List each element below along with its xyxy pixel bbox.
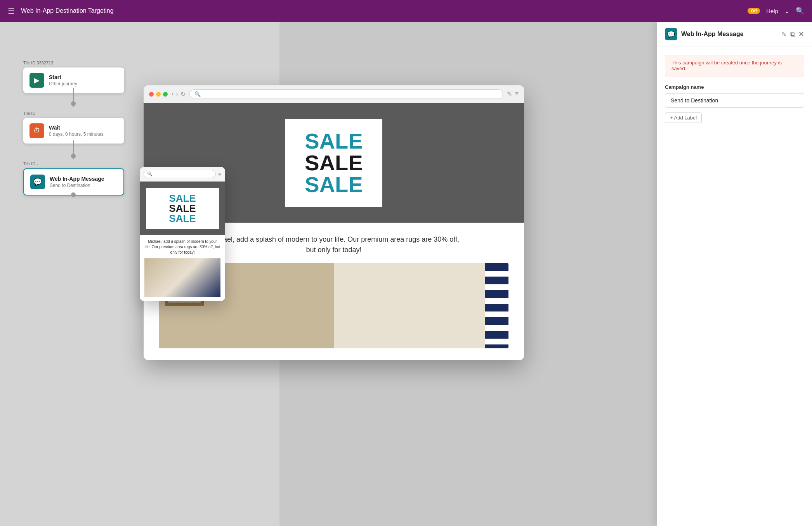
chevron-down-icon: ⌄	[784, 7, 789, 15]
mobile-sale-text: SALE SALE SALE	[154, 193, 211, 223]
help-menu[interactable]: Help	[766, 8, 778, 14]
message-icon: 💬	[30, 175, 45, 189]
tile-id-message: Tile ID -	[23, 161, 124, 166]
mobile-chrome: 🔍 ≡	[140, 167, 225, 182]
message-node-wrapper: Tile ID - 💬 Web In-App Message Send to D…	[23, 161, 124, 196]
nav-title: Web In-App Destination Targeting	[21, 7, 741, 14]
copy-button[interactable]: ⧉	[790, 30, 795, 38]
sale-banner: SALE SALE SALE	[285, 119, 382, 207]
wait-node[interactable]: ⏱ Wait 0 days, 0 hours, 5 minutes	[23, 118, 124, 144]
mobile-mockup: 🔍 ≡ SALE SALE SALE Michael, add a splash…	[140, 167, 225, 301]
connector-1	[73, 88, 74, 103]
start-node-wrapper: Tile ID 3362713 ▶ Start Other journey	[23, 61, 124, 93]
browser-url-bar[interactable]: 🔍	[189, 89, 503, 99]
back-icon[interactable]: ‹	[172, 90, 174, 98]
browser-minimize-dot[interactable]	[156, 92, 161, 97]
room-right	[334, 263, 508, 348]
side-panel: 💬 Web In-App Message ✎ ⧉ ✕ This campaign…	[657, 22, 812, 526]
campaign-name-input[interactable]	[665, 93, 804, 108]
sale-line-2: SALE	[305, 152, 363, 174]
wait-sublabel: 0 days, 0 hours, 5 minutes	[49, 132, 104, 137]
mobile-url-bar[interactable]: 🔍	[144, 170, 216, 178]
mobile-sale-line-1: SALE	[154, 193, 211, 203]
panel-actions: ⧉ ✕	[790, 30, 804, 38]
close-button[interactable]: ✕	[798, 30, 804, 38]
tile-id-start: Tile ID 3362713	[23, 61, 124, 65]
wait-label: Wait	[49, 125, 104, 131]
message-node[interactable]: 💬 Web In-App Message Send to Destination	[23, 168, 124, 196]
sale-text: SALE SALE SALE	[305, 130, 363, 196]
campaign-name-label: Campaign name	[665, 84, 804, 90]
panel-title: Web In-App Message	[681, 31, 775, 38]
forward-icon[interactable]: ›	[176, 90, 178, 98]
mobile-content: SALE SALE SALE	[140, 182, 225, 235]
browser-close-dot[interactable]	[149, 92, 154, 97]
message-sublabel: Send to Destination	[50, 183, 104, 188]
start-sublabel: Other journey	[49, 81, 77, 87]
nav-right: Help ⌄ 🔍	[766, 7, 804, 15]
connector-arrow-2	[71, 156, 76, 159]
sale-line-3: SALE	[305, 174, 363, 196]
browser-nav: ‹ › ↻	[172, 90, 186, 98]
start-node[interactable]: ▶ Start Other journey	[23, 67, 124, 93]
search-icon[interactable]: 🔍	[796, 7, 804, 15]
panel-header: 💬 Web In-App Message ✎ ⧉ ✕	[657, 22, 812, 47]
connector-dot-3	[71, 192, 76, 197]
browser-dots	[149, 92, 168, 97]
edit-icon[interactable]: ✎	[781, 31, 786, 38]
status-badge: Off	[748, 8, 760, 14]
refresh-icon[interactable]: ↻	[180, 90, 186, 98]
mobile-promo-text: Michael, add a splash of modern to your …	[144, 239, 220, 255]
panel-body: This campaign will be created once the j…	[657, 47, 812, 526]
browser-actions: ✎ ≡	[507, 90, 519, 98]
mobile-search-icon: 🔍	[147, 171, 153, 176]
start-label: Start	[49, 74, 77, 80]
message-label: Web In-App Message	[50, 176, 104, 182]
wait-icon: ⏱	[29, 123, 44, 138]
mobile-sale-line-2: SALE	[154, 203, 211, 213]
wait-node-wrapper: Tile ID - ⏱ Wait 0 days, 0 hours, 5 minu…	[23, 111, 124, 144]
mobile-sale-banner: SALE SALE SALE	[146, 188, 219, 229]
menu-icon[interactable]: ≡	[515, 90, 519, 98]
browser-chrome: ‹ › ↻ 🔍 ✎ ≡	[144, 85, 524, 103]
search-icon: 🔍	[194, 91, 201, 97]
mobile-menu-icon[interactable]: ≡	[218, 171, 221, 177]
tile-id-wait: Tile ID -	[23, 111, 124, 116]
top-nav: ☰ Web In-App Destination Targeting Off H…	[0, 0, 812, 22]
curtain-stripes	[485, 263, 508, 348]
edit-page-icon[interactable]: ✎	[507, 90, 512, 98]
sale-line-1: SALE	[305, 130, 363, 152]
add-label-button[interactable]: + Add Label	[665, 112, 702, 123]
mobile-sale-line-3: SALE	[154, 213, 211, 223]
alert-message: This campaign will be created once the j…	[665, 55, 804, 76]
browser-maximize-dot[interactable]	[163, 92, 168, 97]
hamburger-icon[interactable]: ☰	[8, 6, 15, 16]
start-icon: ▶	[29, 73, 44, 88]
mobile-room-image	[144, 258, 220, 297]
connector-arrow-1	[71, 104, 76, 107]
mobile-white-section: Michael, add a splash of modern to your …	[140, 235, 225, 301]
panel-icon: 💬	[665, 28, 677, 40]
